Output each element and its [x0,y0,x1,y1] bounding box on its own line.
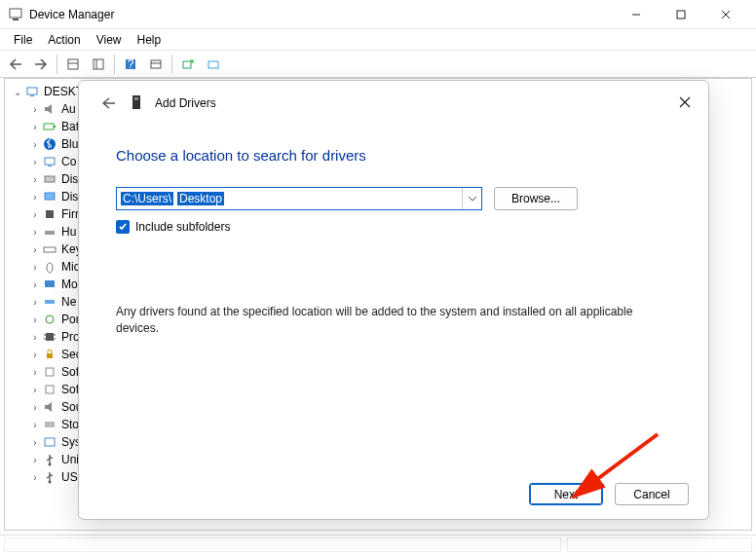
expand-icon[interactable]: › [28,244,42,255]
computer-icon [42,154,57,169]
expand-icon[interactable]: › [28,122,42,132]
storage-icon [42,417,57,432]
tree-item-label: Hu [61,225,76,239]
expand-icon[interactable]: › [28,455,42,465]
expand-icon[interactable]: › [28,437,42,448]
tree-item-label: Sto [61,418,79,431]
expand-icon[interactable]: › [28,332,42,343]
svg-rect-41 [45,422,55,427]
expand-icon[interactable]: › [28,350,42,360]
window-title: Device Manager [29,8,614,21]
svg-rect-3 [677,11,685,18]
next-button[interactable]: Next [529,483,603,505]
display-icon [42,189,57,204]
svg-rect-12 [151,60,161,68]
dialog-heading: Choose a location to search for drivers [116,147,671,164]
svg-rect-33 [46,333,54,341]
expand-icon[interactable]: › [28,192,42,203]
svg-rect-40 [46,386,54,393]
monitor-icon [42,277,57,292]
menu-help[interactable]: Help [130,31,170,49]
add-drivers-dialog: Add Drivers Choose a location to search … [78,80,709,520]
tree-item-label: Pro [61,330,80,344]
dialog-back-button[interactable] [94,90,122,117]
help-button[interactable]: ? [119,53,142,76]
expand-icon[interactable]: › [28,209,42,220]
include-subfolders-checkbox[interactable] [116,220,130,234]
svg-point-32 [46,315,54,323]
include-subfolders-label: Include subfolders [135,220,230,234]
toolbar-btn-2[interactable] [87,53,110,76]
expand-icon[interactable]: › [28,420,42,430]
cancel-button[interactable]: Cancel [615,483,689,505]
svg-point-29 [47,263,53,273]
tree-item-label: Mic [61,260,80,274]
tree-item-label: Co [61,155,76,168]
expand-icon[interactable]: › [28,385,42,395]
expand-icon[interactable]: › [28,157,42,167]
scan-hardware-button[interactable] [176,53,200,76]
statusbar [0,535,756,554]
titlebar: Device Manager [0,0,756,29]
svg-rect-1 [13,18,19,20]
path-segment-a: C:\Users\ [121,192,173,205]
dialog-close-button[interactable] [673,91,697,114]
chip-icon [42,329,57,345]
expand-icon[interactable]: › [28,104,42,115]
svg-point-43 [49,463,52,466]
maximize-button[interactable] [659,0,703,29]
tree-item-label: Mo [61,277,78,291]
tree-item-label: Ne [61,295,76,309]
browse-button[interactable]: Browse... [494,187,578,210]
svg-point-44 [49,481,52,484]
forward-button[interactable] [29,53,53,76]
toolbar-btn-6[interactable] [202,53,225,76]
dialog-description: Any drivers found at the specified locat… [116,304,671,337]
svg-rect-25 [45,193,55,200]
menu-action[interactable]: Action [40,31,88,49]
svg-rect-0 [10,9,21,18]
software-icon [42,364,57,380]
svg-rect-42 [45,438,55,446]
bluetooth-icon [42,136,57,152]
back-button[interactable] [4,53,27,76]
expand-icon[interactable]: › [28,227,42,238]
toolbar-btn-4[interactable] [144,53,168,76]
expand-icon[interactable]: › [28,279,42,290]
menu-file[interactable]: File [6,31,40,49]
expand-icon[interactable]: › [28,262,42,273]
svg-text:?: ? [128,57,134,71]
security-icon [42,347,57,362]
app-icon [8,7,23,22]
path-combobox[interactable]: C:\Users\ Desktop [116,187,482,210]
mouse-icon [42,259,57,275]
svg-rect-27 [45,231,55,235]
expand-icon[interactable]: › [28,139,42,150]
expand-icon[interactable]: › [28,174,42,185]
menu-view[interactable]: View [89,31,130,49]
chevron-down-icon[interactable] [462,188,481,209]
minimize-button[interactable] [614,0,659,29]
svg-rect-38 [47,353,53,358]
tree-item-label: Dis [61,172,78,186]
computer-icon [24,84,40,99]
expand-icon[interactable]: › [28,297,42,308]
expand-icon[interactable]: › [28,472,42,483]
expand-icon[interactable]: › [28,402,42,413]
tree-item-label: Au [61,102,76,116]
collapse-icon[interactable]: ⌄ [11,87,24,97]
path-segment-b: Desktop [177,192,224,205]
tree-item-label: Por [61,313,80,326]
close-button[interactable] [703,0,748,29]
expand-icon[interactable]: › [28,367,42,378]
toolbar-btn-1[interactable] [61,53,85,76]
tree-item-label: Bat [61,120,79,133]
software-icon [42,382,57,397]
usb-icon [42,452,57,467]
disk-icon [42,171,57,187]
menubar: File Action View Help [0,29,756,51]
svg-rect-26 [46,210,54,218]
svg-point-15 [190,59,194,63]
svg-rect-22 [45,158,55,165]
expand-icon[interactable]: › [28,314,42,325]
